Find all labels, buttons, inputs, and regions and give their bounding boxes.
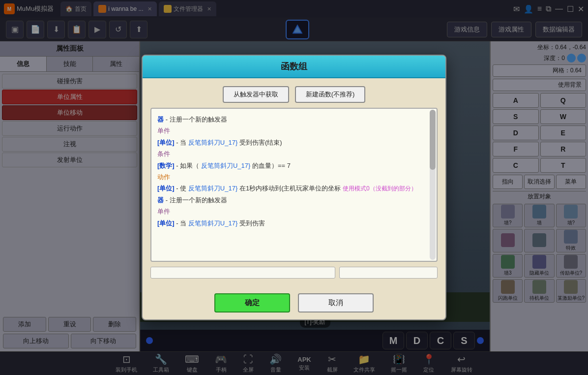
code-span: - 如果（ (176, 162, 199, 169)
code-note: 使用模式0（没截到的部分） (343, 185, 417, 192)
code-line-1: 单件 (157, 125, 431, 136)
modal-cancel-btn[interactable]: 取消 (298, 293, 374, 312)
modal-body: 从触发器中获取 新建函数(不推荐) 器 - 注册一个新的触发器 单件 [单位] … (143, 78, 445, 286)
code-span: 受到伤害 (239, 219, 265, 227)
new-function-btn[interactable]: 新建函数(不推荐) (295, 86, 366, 103)
code-span: 单件 (157, 127, 170, 134)
modal-title: 函数组 (143, 56, 445, 78)
code-span: - 注册一个新的触发器 (166, 196, 227, 204)
modal-scrollbar[interactable] (430, 110, 436, 260)
code-span: 反笔筒斜刀U_17} (188, 185, 237, 192)
code-line-4: [数学] - 如果（ 反笔筒斜刀U_17} 的血量）== 7 (157, 160, 431, 171)
code-line-2: [单位] - 当 反笔筒斜刀U_17} 受到伤害(结束) (157, 137, 431, 148)
modal-top-btns: 从触发器中获取 新建函数(不推荐) (150, 86, 438, 103)
code-line-8: 单件 (157, 206, 431, 217)
code-span: 受到伤害(结束) (239, 139, 282, 146)
code-line-0: 器 - 注册一个新的触发器 (157, 114, 431, 125)
code-span: [单位] (157, 139, 175, 146)
code-line-7: 器 - 注册一个新的触发器 (157, 194, 431, 206)
modal-input-2[interactable] (339, 267, 438, 279)
code-span: 在1秒内移动到(主机玩家单位的坐标 (239, 185, 341, 192)
code-span: 器 (157, 196, 164, 204)
modal-content-area: 器 - 注册一个新的触发器 单件 [单位] - 当 反笔筒斜刀U_17} 受到伤… (150, 108, 438, 262)
modal-input-1[interactable] (150, 267, 335, 279)
modal-footer: 确定 取消 (143, 286, 445, 319)
get-from-trigger-btn[interactable]: 从触发器中获取 (223, 86, 289, 103)
code-line-3: 条件 (157, 148, 431, 159)
code-span: - 使 (176, 185, 188, 192)
modal-overlay: 函数组 从触发器中获取 新建函数(不推荐) 器 - 注册一个新的触发器 单件 [… (0, 0, 588, 375)
code-span: - 当 (176, 139, 188, 146)
modal-input-row (150, 267, 438, 279)
code-span: 条件 (157, 150, 170, 157)
code-span: - 注册一个新的触发器 (166, 116, 227, 123)
code-span: 的血量）== 7 (252, 162, 291, 169)
modal-scrollbar-thumb (430, 110, 436, 170)
code-span: 单件 (157, 208, 170, 215)
code-line-6: [单位] - 使 反笔筒斜刀U_17} 在1秒内移动到(主机玩家单位的坐标 使用… (157, 183, 431, 194)
code-span: [单位] (157, 185, 175, 192)
code-span: [数学] (157, 162, 175, 169)
code-span: - 当 (176, 219, 188, 227)
code-span: 反笔筒斜刀U_17} (188, 139, 237, 146)
modal-dialog: 函数组 从触发器中获取 新建函数(不推荐) 器 - 注册一个新的触发器 单件 [… (142, 55, 446, 320)
modal-ok-btn[interactable]: 确定 (214, 293, 290, 312)
code-span: 反笔筒斜刀U_17} (201, 162, 250, 169)
code-line-9: [单位] - 当 反笔筒斜刀U_17} 受到伤害 (157, 218, 431, 229)
code-span: 器 (157, 116, 164, 123)
code-line-5: 动作 (157, 171, 431, 183)
code-span: 反笔筒斜刀U_17} (188, 219, 237, 227)
code-span: [单位] (157, 219, 175, 227)
code-span: 动作 (157, 173, 170, 181)
